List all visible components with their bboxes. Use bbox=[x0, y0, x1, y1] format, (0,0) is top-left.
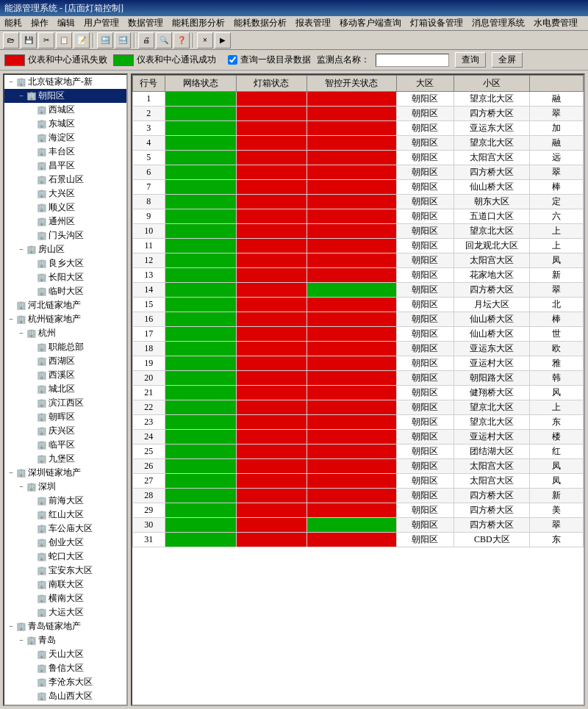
tree-item[interactable]: 🏢丰台区 bbox=[4, 145, 126, 159]
toolbar-btn-3[interactable]: ✂ bbox=[38, 32, 54, 48]
tree-item[interactable]: 🏢滨江西区 bbox=[4, 396, 126, 410]
table-row[interactable]: 9 朝阳区 五道口大区 六 bbox=[133, 209, 584, 224]
tree-item[interactable]: −🏢青岛 bbox=[4, 633, 126, 647]
table-row[interactable]: 6 朝阳区 四方桥大区 翠 bbox=[133, 165, 584, 180]
tree-item[interactable]: 🏢通州区 bbox=[4, 215, 126, 228]
tree-toggle[interactable]: − bbox=[16, 483, 26, 491]
tree-toggle[interactable]: − bbox=[16, 329, 26, 337]
table-row[interactable]: 30 朝阳区 四方桥大区 翠 bbox=[133, 518, 584, 533]
table-row[interactable]: 18 朝阳区 亚运东大区 欧 bbox=[133, 342, 584, 356]
tree-item[interactable]: 🏢顺义区 bbox=[4, 201, 126, 215]
menu-data[interactable]: 数据管理 bbox=[123, 16, 168, 30]
tree-item[interactable]: 🏢河北链家地产 bbox=[4, 298, 126, 312]
table-row[interactable]: 13 朝阳区 花家地大区 新 bbox=[133, 268, 584, 283]
table-row[interactable]: 17 朝阳区 仙山桥大区 世 bbox=[133, 327, 584, 342]
toolbar-btn-4[interactable]: 📋 bbox=[56, 32, 72, 48]
tree-item[interactable]: 🏢横南大区 bbox=[4, 591, 126, 605]
tree-item[interactable]: 🏢创业大区 bbox=[4, 536, 126, 550]
level1-checkbox[interactable] bbox=[228, 55, 237, 65]
menu-report[interactable]: 报表管理 bbox=[291, 16, 335, 30]
tree-item[interactable]: 🏢蛇口大区 bbox=[4, 550, 126, 564]
tree-item[interactable]: 🏢前海大区 bbox=[4, 494, 126, 508]
tree-item[interactable]: 🏢红山大区 bbox=[4, 508, 126, 522]
tree-item[interactable]: 🏢鲁信大区 bbox=[4, 661, 126, 675]
toolbar-btn-10[interactable]: ❓ bbox=[173, 32, 190, 48]
menu-nenghao[interactable]: 能耗 bbox=[0, 16, 26, 30]
tree-item[interactable]: 🏢门头沟区 bbox=[4, 228, 126, 242]
table-row[interactable]: 29 朝阳区 四方桥大区 美 bbox=[133, 503, 584, 518]
table-row[interactable]: 15 朝阳区 月坛大区 北 bbox=[133, 298, 584, 312]
table-row[interactable]: 24 朝阳区 亚运村大区 楼 bbox=[133, 430, 584, 445]
tree-item[interactable]: 🏢岛山西大区 bbox=[4, 689, 126, 703]
toolbar-btn-12[interactable]: ▶ bbox=[215, 32, 231, 48]
tree-toggle[interactable]: − bbox=[6, 469, 16, 477]
toolbar-btn-7[interactable]: 🔜 bbox=[115, 32, 131, 48]
tree-item[interactable]: 🏢良乡大区 bbox=[4, 256, 126, 270]
tree-item[interactable]: −🏢杭州链家地产 bbox=[4, 312, 126, 326]
menu-msg[interactable]: 消息管理系统 bbox=[467, 16, 529, 30]
tree-item[interactable]: 🏢职能总部 bbox=[4, 340, 126, 354]
toolbar-btn-11[interactable]: × bbox=[197, 32, 213, 48]
tree-item[interactable]: 🏢庆兴区 bbox=[4, 424, 126, 438]
fullscreen-button[interactable]: 全屏 bbox=[492, 52, 523, 68]
table-row[interactable]: 14 朝阳区 四方桥大区 翠 bbox=[133, 283, 584, 298]
tree-item[interactable]: 🏢城北区 bbox=[4, 382, 126, 396]
table-row[interactable]: 11 朝阳区 回龙观北大区 上 bbox=[133, 239, 584, 253]
table-row[interactable]: 26 朝阳区 太阳宫大区 凤 bbox=[133, 459, 584, 474]
table-row[interactable]: 19 朝阳区 亚运村大区 雅 bbox=[133, 356, 584, 371]
tree-item[interactable]: 🏢临时大区 bbox=[4, 284, 126, 298]
table-row[interactable]: 31 朝阳区 CBD大区 东 bbox=[133, 533, 584, 547]
table-row[interactable]: 10 朝阳区 望京北大区 上 bbox=[133, 224, 584, 239]
menu-caozuo[interactable]: 操作 bbox=[26, 16, 53, 30]
toolbar-btn-1[interactable]: 🗁 bbox=[3, 32, 19, 48]
tree-toggle[interactable]: − bbox=[16, 636, 26, 644]
menu-mobile[interactable]: 移动客户端查询 bbox=[335, 16, 406, 30]
tree-item[interactable]: 🏢朝晖区 bbox=[4, 410, 126, 424]
menu-analysis[interactable]: 能耗数据分析 bbox=[229, 16, 291, 30]
toolbar-btn-6[interactable]: 🔙 bbox=[97, 32, 113, 48]
tree-item[interactable]: 🏢南联大区 bbox=[4, 577, 126, 591]
table-row[interactable]: 22 朝阳区 望京北大区 上 bbox=[133, 400, 584, 415]
tree-item[interactable]: −🏢房山区 bbox=[4, 242, 126, 256]
tree-item[interactable]: 🏢西城区 bbox=[4, 103, 126, 117]
tree-item[interactable]: 🏢东城区 bbox=[4, 117, 126, 131]
tree-item[interactable]: 🏢天山大区 bbox=[4, 647, 126, 661]
tree-item[interactable]: 🏢大运大区 bbox=[4, 605, 126, 619]
table-row[interactable]: 12 朝阳区 太阳宫大区 凤 bbox=[133, 253, 584, 268]
tree-toggle[interactable]: − bbox=[6, 78, 16, 86]
menu-water[interactable]: 水电费管理 bbox=[529, 16, 582, 30]
monitor-input[interactable] bbox=[376, 54, 449, 67]
table-row[interactable]: 5 朝阳区 太阳宫大区 远 bbox=[133, 151, 584, 165]
tree-item[interactable]: 🏢九堡区 bbox=[4, 452, 126, 466]
tree-toggle[interactable]: − bbox=[16, 92, 26, 100]
table-row[interactable]: 2 朝阳区 四方桥大区 翠 bbox=[133, 107, 584, 121]
tree-toggle[interactable]: − bbox=[6, 315, 16, 323]
menu-user[interactable]: 用户管理 bbox=[79, 16, 123, 30]
table-row[interactable]: 4 朝阳区 望京北大区 融 bbox=[133, 136, 584, 151]
tree-item[interactable]: −🏢深圳 bbox=[4, 480, 126, 494]
menu-lamp[interactable]: 灯箱设备管理 bbox=[406, 16, 467, 30]
table-row[interactable]: 27 朝阳区 太阳宫大区 凤 bbox=[133, 474, 584, 489]
tree-item[interactable]: −🏢杭州 bbox=[4, 326, 126, 340]
tree-item[interactable]: 🏢宝安东大区 bbox=[4, 564, 126, 577]
tree-item[interactable]: 🏢车公庙大区 bbox=[4, 522, 126, 536]
tree-item[interactable]: −🏢深圳链家地产 bbox=[4, 466, 126, 480]
table-row[interactable]: 3 朝阳区 亚运东大区 加 bbox=[133, 121, 584, 136]
table-row[interactable]: 21 朝阳区 健翔桥大区 风 bbox=[133, 386, 584, 400]
tree-item[interactable]: 🏢西湖区 bbox=[4, 354, 126, 368]
tree-item[interactable]: 🏢昌平区 bbox=[4, 159, 126, 173]
table-row[interactable]: 25 朝阳区 团结湖大区 红 bbox=[133, 445, 584, 459]
tree-toggle[interactable]: − bbox=[16, 245, 26, 253]
toolbar-btn-9[interactable]: 🔍 bbox=[156, 32, 172, 48]
tree-item[interactable]: 🏢海淀区 bbox=[4, 131, 126, 145]
table-row[interactable]: 28 朝阳区 四方桥大区 新 bbox=[133, 489, 584, 503]
menu-bianji[interactable]: 编辑 bbox=[53, 16, 79, 30]
tree-item[interactable]: −🏢北京链家地产-新 bbox=[4, 75, 126, 89]
toolbar-btn-5[interactable]: 📝 bbox=[74, 32, 90, 48]
tree-toggle[interactable]: − bbox=[6, 622, 16, 630]
tree-item[interactable]: 🏢合肥路大区 bbox=[4, 703, 126, 706]
tree-item[interactable]: −🏢青岛链家地产 bbox=[4, 619, 126, 633]
menu-chart[interactable]: 能耗图形分析 bbox=[168, 16, 229, 30]
toolbar-btn-8[interactable]: 🖨 bbox=[138, 32, 154, 48]
toolbar-btn-2[interactable]: 💾 bbox=[21, 32, 37, 48]
